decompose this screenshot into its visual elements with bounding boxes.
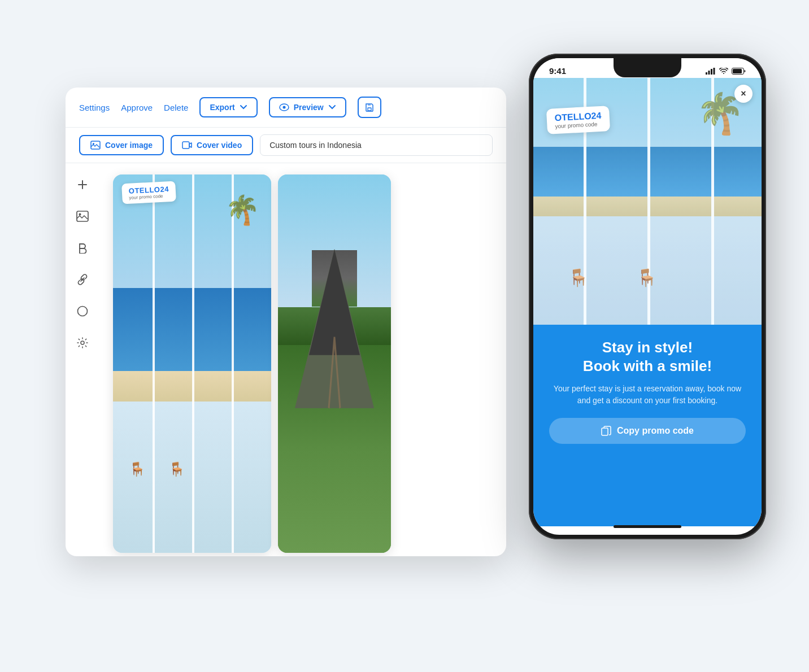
svg-rect-15 (706, 72, 707, 75)
title-input[interactable] (260, 134, 493, 156)
export-button[interactable]: Export (199, 97, 257, 117)
add-icon[interactable] (72, 174, 93, 195)
preview-button[interactable]: Preview (269, 97, 346, 117)
settings-icon[interactable] (72, 333, 93, 353)
phone-copy-btn-label: Copy promo code (617, 426, 694, 436)
cover-buttons-row: Cover image Cover video (66, 128, 506, 163)
photo-icon[interactable] (72, 206, 93, 226)
preview-label: Preview (294, 103, 324, 112)
cover-image-label: Cover image (105, 141, 153, 150)
video-icon (182, 141, 192, 150)
approve-link[interactable]: Approve (121, 103, 153, 112)
settings-link[interactable]: Settings (79, 103, 110, 112)
phone-promo-badge: OTELLO24 your promo code (546, 106, 610, 134)
svg-rect-6 (182, 142, 189, 149)
save-icon (364, 102, 375, 112)
phone-close-button[interactable]: × (734, 85, 753, 103)
slide-1-image: 🌴 🪑 🪑 OTELLO24 your promo code (113, 174, 271, 553)
svg-rect-21 (602, 428, 608, 435)
side-toolbar (66, 163, 99, 556)
svg-rect-16 (708, 71, 710, 75)
eye-icon (279, 103, 289, 111)
svg-point-5 (93, 143, 94, 145)
svg-rect-2 (368, 108, 371, 111)
phone-subtext: Your perfect stay is just a reservation … (549, 383, 746, 407)
circle-icon[interactable] (72, 301, 93, 321)
save-button[interactable] (358, 97, 381, 118)
toolbar: Settings Approve Delete Export Preview (66, 88, 506, 128)
phone-copy-promo-btn[interactable]: Copy promo code (549, 418, 746, 444)
slide-2: Paradise awaits in Funchal! 🌴 Beautiful … (278, 174, 391, 553)
wifi-icon (719, 68, 728, 75)
phone-time: 9:41 (549, 66, 566, 76)
cover-video-button[interactable]: Cover video (171, 135, 253, 155)
editor-panel: Settings Approve Delete Export Preview (66, 88, 506, 556)
svg-rect-17 (711, 69, 712, 75)
svg-point-10 (81, 341, 84, 344)
phone-mockup: 9:41 (529, 54, 766, 539)
export-label: Export (210, 103, 234, 112)
image-icon (90, 141, 101, 150)
scene: Settings Approve Delete Export Preview (66, 54, 743, 618)
slide-2-image (278, 174, 391, 553)
cover-video-label: Cover video (197, 141, 242, 150)
phone-copy-icon (601, 426, 611, 436)
phone-status-icons (706, 68, 746, 75)
svg-rect-18 (714, 68, 715, 75)
phone-bottom-content: Stay in style!Book with a smile! Your pe… (533, 325, 762, 526)
phone-notch (614, 58, 681, 77)
svg-point-1 (282, 106, 285, 109)
svg-point-8 (79, 213, 81, 216)
cover-image-button[interactable]: Cover image (79, 135, 164, 155)
chevron-down-icon-2 (328, 103, 336, 111)
battery-icon (732, 68, 746, 75)
link-icon[interactable] (72, 269, 93, 290)
signal-icon (706, 68, 716, 75)
slide-1: 🌴 🪑 🪑 OTELLO24 your promo code (113, 174, 271, 553)
slides-area: 🌴 🪑 🪑 OTELLO24 your promo code (99, 163, 506, 556)
phone-screen: 9:41 (533, 58, 762, 535)
svg-rect-20 (733, 69, 742, 73)
close-x-icon: × (741, 89, 746, 99)
promo-badge-1: OTELLO24 your promo code (121, 181, 176, 204)
phone-headline: Stay in style!Book with a smile! (583, 338, 712, 377)
svg-point-9 (78, 307, 88, 316)
phone-beach-image: 🌴 🪑 🪑 OTELLO24 your promo code × (533, 78, 762, 325)
chevron-down-icon (240, 103, 247, 111)
delete-link[interactable]: Delete (164, 103, 188, 112)
phone-content: 🌴 🪑 🪑 OTELLO24 your promo code × (533, 78, 762, 526)
bold-icon[interactable] (72, 238, 93, 258)
phone-home-indicator (614, 525, 681, 528)
svg-rect-3 (368, 104, 371, 106)
editor-content: 🌴 🪑 🪑 OTELLO24 your promo code (66, 163, 506, 556)
